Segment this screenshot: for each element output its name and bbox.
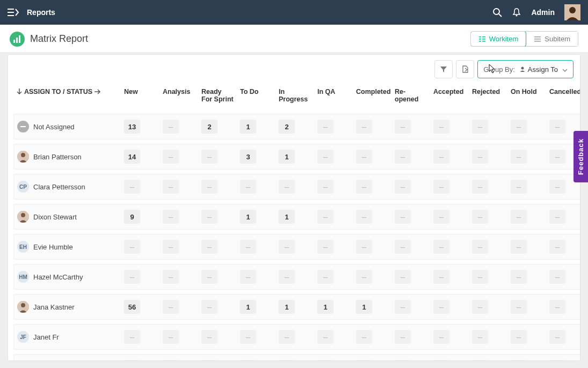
column-header[interactable]: Analysis <box>159 85 198 109</box>
page-title: Matrix Report <box>30 33 88 45</box>
matrix-cell: -- <box>356 210 372 224</box>
svg-rect-13 <box>479 41 481 42</box>
matrix-cell[interactable]: 3 <box>240 150 256 164</box>
matrix-cell: -- <box>433 240 449 254</box>
matrix-table: ASSIGN TO / STATUS NewAnalysisReady For … <box>8 80 580 361</box>
matrix-cell: -- <box>163 240 179 254</box>
table-row: CPClara Pettersson----------------------… <box>13 174 580 200</box>
matrix-cell: -- <box>317 210 333 224</box>
matrix-cell[interactable]: 56 <box>124 300 140 314</box>
matrix-cell: -- <box>472 330 488 344</box>
column-header[interactable]: On Hold <box>507 85 546 109</box>
matrix-cell: -- <box>472 300 488 314</box>
column-header[interactable]: In Progress <box>275 85 314 109</box>
matrix-cell: -- <box>124 360 140 361</box>
svg-rect-9 <box>16 38 18 43</box>
user-avatar[interactable] <box>564 4 580 20</box>
matrix-cell: -- <box>317 180 333 194</box>
row-label-text[interactable]: Clara Pettersson <box>33 183 85 191</box>
row-label-text[interactable]: Evie Humble <box>33 243 73 251</box>
matrix-cell: -- <box>279 240 295 254</box>
svg-rect-2 <box>8 15 14 16</box>
matrix-cell[interactable]: 2 <box>201 120 217 134</box>
tab-subitem[interactable]: Subitem <box>526 32 578 46</box>
column-header[interactable]: Ready For Sprint <box>198 85 237 109</box>
matrix-cell[interactable]: 1 <box>240 300 256 314</box>
column-header[interactable]: In QA <box>314 85 353 109</box>
matrix-cell: -- <box>201 330 217 344</box>
row-label-text[interactable]: Janet Fr <box>33 333 59 341</box>
svg-point-5 <box>516 15 518 17</box>
row-label-text[interactable]: Jana Kastner <box>33 303 75 311</box>
matrix-cell: -- <box>201 360 217 361</box>
matrix-cell: -- <box>511 120 527 134</box>
matrix-cell: -- <box>433 180 449 194</box>
matrix-cell: -- <box>163 330 179 344</box>
matrix-cell[interactable]: 1 <box>240 210 256 224</box>
matrix-cell: -- <box>317 120 333 134</box>
column-header[interactable]: Accepted <box>430 85 469 109</box>
matrix-cell[interactable]: 1 <box>279 210 295 224</box>
matrix-cell: -- <box>433 330 449 344</box>
matrix-cell: -- <box>472 240 488 254</box>
column-header[interactable]: Re-opened <box>391 85 430 109</box>
matrix-cell: -- <box>317 240 333 254</box>
matrix-cell[interactable]: 1 <box>279 300 295 314</box>
row-label-text[interactable]: Hazel McCarthy <box>33 273 83 281</box>
matrix-cell: -- <box>472 270 488 284</box>
row-label-text[interactable]: Brian Patterson <box>33 153 82 161</box>
matrix-cell: -- <box>356 180 372 194</box>
row-label-text[interactable]: Dixon Stewart <box>33 213 77 221</box>
svg-point-27 <box>21 303 25 307</box>
matrix-cell[interactable]: 14 <box>124 150 140 164</box>
groupby-dropdown[interactable]: Group By: Assign To <box>477 60 574 78</box>
matrix-cell: -- <box>433 150 449 164</box>
column-header[interactable]: Completed <box>353 85 391 109</box>
username-label[interactable]: Admin <box>531 8 555 17</box>
svg-rect-0 <box>8 9 14 10</box>
matrix-cell: -- <box>395 240 411 254</box>
matrix-cell: -- <box>317 360 333 361</box>
view-tabs: Workitem Subitem <box>470 31 578 47</box>
matrix-cell[interactable]: 1 <box>279 150 295 164</box>
page-header: Matrix Report Workitem Subitem <box>0 25 588 52</box>
bell-icon[interactable] <box>512 8 521 17</box>
matrix-cell: -- <box>433 360 449 361</box>
matrix-cell: -- <box>395 120 411 134</box>
matrix-cell: -- <box>395 150 411 164</box>
matrix-cell[interactable]: 13 <box>124 120 140 134</box>
column-header[interactable]: To Do <box>237 85 275 109</box>
column-header[interactable]: New <box>121 85 159 109</box>
matrix-card: Group By: Assign To ASSIGN TO / STATUS <box>8 54 580 361</box>
search-icon[interactable] <box>492 8 502 17</box>
matrix-cell: -- <box>356 120 372 134</box>
matrix-cell: -- <box>240 330 256 344</box>
menu-toggle-icon[interactable] <box>8 8 19 17</box>
svg-rect-17 <box>534 36 541 38</box>
matrix-cell: -- <box>317 150 333 164</box>
report-icon <box>10 32 25 47</box>
filter-button[interactable] <box>434 60 453 78</box>
svg-rect-16 <box>482 41 485 42</box>
feedback-tab[interactable]: Feedback <box>574 131 588 182</box>
matrix-cell: -- <box>395 270 411 284</box>
matrix-cell: -- <box>240 270 256 284</box>
matrix-cell[interactable]: 1 <box>356 300 372 314</box>
svg-rect-12 <box>479 39 481 40</box>
matrix-cell[interactable]: 1 <box>317 300 333 314</box>
nav-label[interactable]: Reports <box>27 8 55 17</box>
column-header[interactable]: Rejected <box>469 85 507 109</box>
column-header[interactable]: Cancelled <box>546 85 580 109</box>
matrix-cell: -- <box>163 120 179 134</box>
export-button[interactable] <box>456 60 474 78</box>
matrix-cell: -- <box>395 180 411 194</box>
chevron-down-icon <box>562 65 568 73</box>
matrix-cell[interactable]: 9 <box>124 210 140 224</box>
row-label-text[interactable]: Not Assigned <box>33 123 75 131</box>
matrix-cell[interactable]: 2 <box>279 120 295 134</box>
matrix-cell: -- <box>201 210 217 224</box>
matrix-cell: -- <box>433 120 449 134</box>
tab-workitem[interactable]: Workitem <box>470 31 527 47</box>
matrix-cell[interactable]: 1 <box>240 120 256 134</box>
matrix-cell: -- <box>240 240 256 254</box>
